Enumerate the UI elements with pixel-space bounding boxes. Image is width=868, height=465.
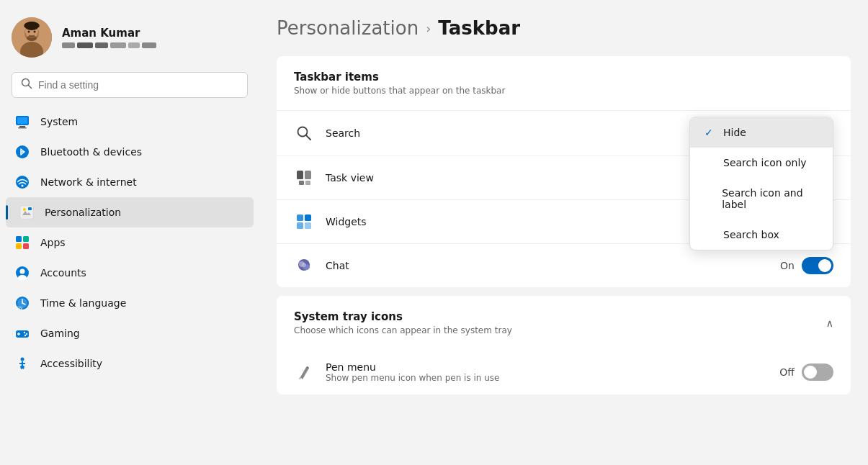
sidebar-item-gaming[interactable]: Gaming (6, 318, 254, 348)
svg-point-18 (23, 208, 26, 211)
widgets-icon (294, 212, 314, 232)
sidebar-item-label: Personalization (45, 207, 121, 218)
time-icon: EN (14, 295, 30, 311)
breadcrumb-current: Taskbar (438, 17, 520, 39)
svg-rect-45 (299, 181, 304, 185)
system-tray-header[interactable]: System tray icons Choose which icons can… (277, 296, 851, 350)
card-subtitle: Show or hide buttons that appear on the … (294, 86, 833, 96)
svg-rect-11 (19, 126, 25, 127)
svg-rect-22 (16, 243, 22, 249)
sidebar-item-system[interactable]: System (6, 107, 254, 137)
svg-rect-21 (23, 236, 29, 242)
toggle-thumb (804, 366, 817, 379)
breadcrumb-separator: › (426, 21, 431, 36)
accounts-icon (14, 265, 30, 281)
sidebar-item-label: Accessibility (40, 358, 102, 369)
network-icon (14, 174, 30, 190)
svg-rect-44 (305, 171, 311, 179)
system-tray-title: System tray icons (294, 310, 512, 323)
svg-rect-50 (305, 222, 311, 229)
dropdown-item-label: Hide (723, 127, 746, 138)
sidebar: Aman Kumar (0, 0, 259, 465)
avatar (12, 17, 52, 58)
search-container (0, 69, 259, 107)
main-content: Personalization › Taskbar Taskbar items … (259, 0, 868, 465)
svg-text:EN: EN (17, 305, 22, 310)
dropdown-item-icon-only[interactable]: Search icon only (690, 148, 833, 178)
sidebar-item-label: Network & internet (40, 176, 137, 188)
toggle-thumb (818, 259, 831, 272)
svg-rect-46 (305, 181, 310, 185)
sidebar-item-accessibility[interactable]: Accessibility (6, 348, 254, 379)
pen-menu-toggle[interactable] (802, 364, 833, 381)
breadcrumb: Personalization › Taskbar (277, 17, 851, 39)
user-decoration (62, 42, 156, 48)
personalization-icon (19, 204, 35, 220)
user-profile[interactable]: Aman Kumar (0, 12, 259, 69)
svg-point-33 (24, 332, 25, 333)
svg-point-34 (26, 333, 27, 335)
chat-toggle[interactable] (802, 257, 833, 274)
apps-icon (14, 235, 30, 250)
sidebar-item-label: Accounts (40, 267, 86, 279)
chat-status: On (780, 260, 795, 271)
system-tray-subtitle: Choose which icons can appear in the sys… (294, 325, 512, 335)
svg-rect-20 (16, 236, 22, 242)
svg-rect-49 (297, 222, 303, 229)
search-dropdown-wrapper: Search icon only ▾ ✓ Hide Search icon on… (720, 122, 833, 144)
user-name: Aman Kumar (62, 27, 156, 40)
system-icon (14, 114, 30, 130)
pen-menu-control: Off (779, 364, 833, 381)
svg-point-4 (28, 31, 30, 33)
taskbar-items-header: Taskbar items Show or hide buttons that … (277, 56, 851, 111)
sidebar-item-network[interactable]: Network & internet (6, 167, 254, 197)
svg-point-7 (27, 35, 37, 41)
dropdown-item-search-box[interactable]: Search box (690, 220, 833, 250)
sidebar-item-label: Gaming (40, 328, 80, 339)
svg-rect-19 (28, 207, 32, 210)
dropdown-item-label: Search icon and label (722, 187, 818, 210)
search-box[interactable] (12, 72, 248, 98)
user-info: Aman Kumar (62, 27, 156, 48)
system-tray-header-left: System tray icons Choose which icons can… (294, 310, 512, 335)
sidebar-item-accounts[interactable]: Accounts (6, 258, 254, 288)
search-icon (21, 78, 32, 92)
sidebar-item-time[interactable]: EN Time & language (6, 288, 254, 318)
pen-menu-icon (294, 362, 314, 382)
gaming-icon (14, 325, 30, 341)
breadcrumb-parent[interactable]: Personalization (277, 17, 419, 39)
nav-items: System Bluetooth & devices (0, 107, 259, 453)
bluetooth-icon (14, 144, 30, 160)
svg-point-25 (20, 269, 25, 274)
svg-rect-43 (297, 171, 303, 179)
svg-point-16 (22, 185, 24, 187)
pen-menu-row: Pen menu Show pen menu icon when pen is … (277, 350, 851, 394)
search-setting-label: Search (326, 127, 720, 139)
chat-icon (294, 256, 314, 276)
taskview-icon (294, 168, 314, 188)
check-icon: ✓ (704, 127, 716, 138)
active-indicator (6, 205, 8, 220)
search-input[interactable] (38, 79, 238, 91)
svg-point-5 (34, 31, 36, 33)
svg-rect-13 (17, 117, 27, 124)
pen-menu-sublabel: Show pen menu icon when pen is in use (326, 373, 779, 383)
svg-rect-47 (297, 215, 303, 221)
svg-point-54 (302, 263, 306, 267)
sidebar-item-apps[interactable]: Apps (6, 227, 254, 258)
sidebar-item-personalization[interactable]: Personalization (6, 197, 254, 227)
svg-point-38 (21, 358, 24, 361)
chat-setting-row: Chat On (277, 244, 851, 287)
taskbar-items-card: Taskbar items Show or hide buttons that … (277, 56, 851, 287)
pen-menu-text-group: Pen menu Show pen menu icon when pen is … (326, 361, 779, 383)
dropdown-item-icon-label[interactable]: Search icon and label (690, 178, 833, 220)
pen-menu-status: Off (779, 366, 795, 378)
accessibility-icon (14, 356, 30, 371)
dropdown-item-hide[interactable]: ✓ Hide (690, 117, 833, 148)
card-title: Taskbar items (294, 71, 833, 83)
sidebar-item-bluetooth[interactable]: Bluetooth & devices (6, 137, 254, 167)
sidebar-item-label: Apps (40, 237, 66, 248)
svg-rect-23 (23, 243, 29, 249)
chat-control: On (780, 257, 833, 274)
svg-line-55 (300, 377, 300, 379)
